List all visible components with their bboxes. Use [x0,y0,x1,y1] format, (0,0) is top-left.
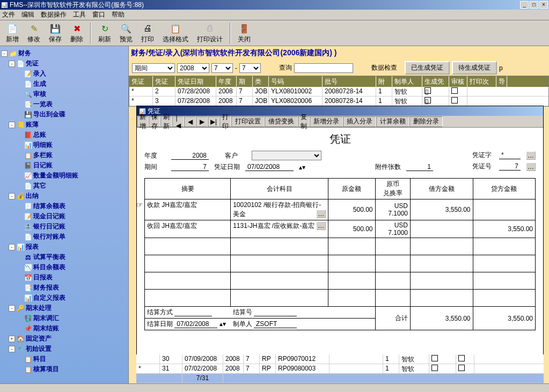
vbtn-借贷变换[interactable]: 借贷变换 [265,116,298,127]
menu-文件[interactable]: 文件 [2,10,15,19]
tree-期末调汇[interactable]: 💱期末调汇 [1,313,127,323]
period-to-select[interactable]: 7 [239,63,261,73]
col-打印次数[interactable]: 打印次数 [467,76,496,87]
expand-icon[interactable]: - [9,305,15,312]
tree-银行对账单[interactable]: 📄银行对账单 [1,232,127,242]
voucher-date-input[interactable] [245,163,294,171]
entry-row[interactable] [145,255,536,272]
menu-帮助[interactable]: 帮助 [112,10,125,19]
vbtn-打印设置[interactable]: 打印设置 [231,116,265,127]
tree-总账[interactable]: 📕总账 [1,130,127,140]
保存-button[interactable]: 💾保存 [45,20,65,46]
col-凭证字[interactable]: 凭证字 [129,76,153,87]
voucher-entries-table[interactable]: 摘要会计科目原金额原币兑换率借方金额贷方金额 ☞收款 JH嘉宏/嘉宏100201… [144,178,536,330]
checkbox-icon[interactable]: ▯ [424,87,431,94]
expand-icon[interactable]: - [9,61,15,67]
menu-窗口[interactable]: 窗口 [92,10,105,19]
刷新-button[interactable]: ↻刷新 [94,20,115,46]
关闭-button[interactable]: 🚪关闭 [234,20,254,46]
entry-row[interactable]: ☞收款 JH嘉宏/嘉宏10020102 /银行存款-招商银行-美金 …500.0… [145,199,536,220]
vbtn-新增[interactable]: 新增 [137,116,149,127]
tree-凭证[interactable]: -📄凭证 [1,58,127,69]
pending-voucher-button[interactable]: 待生成凭证 [452,61,497,75]
customer-select[interactable] [252,151,321,160]
table-row[interactable]: 3007/09/200820087RPRP090700121智软 [136,354,544,364]
tree-审核[interactable]: 🔍审核 [1,89,127,99]
vbtn-▶|[interactable]: ▶| [208,116,219,127]
col-凭证号[interactable]: 凭证号 [153,76,175,87]
选择格式-button[interactable]: 📋选择格式 [159,20,192,46]
voucher-no-input[interactable] [499,162,521,171]
voucher-list-grid[interactable]: 凭证字凭证号凭证日期年度期间类别号码批号附页制单人生成凭证审核打印次数导 *20… [129,76,549,107]
data-check-label[interactable]: 数据检查 [371,63,397,72]
attach-input[interactable] [406,163,433,171]
col-制单人[interactable]: 制单人 [392,76,422,87]
tree-结算余额表[interactable]: 📃结算余额表 [1,201,127,211]
修改-button[interactable]: ✎修改 [24,20,44,46]
tree-日报表[interactable]: 📅日报表 [1,272,127,283]
tree-固定资产[interactable]: +🏠固定资产 [1,334,127,344]
checkbox-icon[interactable] [431,365,438,371]
打印-button[interactable]: 🖨打印 [137,20,158,46]
settle-no-input[interactable] [254,308,297,316]
tree-核算项目[interactable]: 📋核算项目 [1,364,127,374]
table-row[interactable]: *307/28/200820087JOBYLX0802000620080728-… [129,97,548,106]
tree-导出到金碟[interactable]: 💾导出到金碟 [1,109,127,120]
lookup-icon[interactable]: … [316,221,326,230]
checkbox-icon[interactable] [458,355,465,361]
tree-财务报表[interactable]: 📑财务报表 [1,283,127,293]
expand-icon[interactable]: - [1,50,8,57]
tree-日记账[interactable]: 📓日记账 [1,160,127,171]
col-审核[interactable]: 审核 [449,76,467,87]
tree-自定义报表[interactable]: 📊自定义报表 [1,293,127,303]
expand-icon[interactable]: - [9,193,15,199]
预览-button[interactable]: 🔍预览 [116,20,136,46]
vbtn-打印[interactable]: 打印 [219,116,231,127]
vbtn-刷新[interactable]: 刷新 [160,116,172,127]
minimize-button[interactable]: _ [520,1,529,9]
col-年度[interactable]: 年度 [216,76,237,87]
search-input[interactable] [294,63,353,73]
vbtn-|◀[interactable]: |◀ [172,116,184,127]
table-row[interactable]: *3107/02/200820087RPRP090800031智软 [136,364,544,374]
period-type-select[interactable]: 期间 [132,63,175,73]
expand-icon[interactable]: - [9,346,15,352]
expand-icon[interactable]: - [9,122,15,128]
date-stepper-icon[interactable]: ▴▾ [219,320,226,328]
expand-icon[interactable]: + [9,336,15,342]
entry-row[interactable] [145,272,536,290]
close-button[interactable]: × [539,1,548,9]
vbtn-▶[interactable]: ▶ [196,116,208,127]
tree-录入[interactable]: 📝录入 [1,69,127,79]
menu-编辑[interactable]: 编辑 [21,10,34,19]
checkbox-icon[interactable] [451,87,458,94]
nav-tree[interactable]: -📁财务-📄凭证📝录入📄生成🔍审核📑一览表💾导出到金碟-📒账薄📕总账📊明细账📋多… [0,46,129,392]
horizontal-scrollbar[interactable] [0,383,549,392]
vbtn-◀[interactable]: ◀ [184,116,196,127]
tree-试算平衡表[interactable]: ⚖试算平衡表 [1,252,127,262]
tree-一览表[interactable]: 📑一览表 [1,99,127,109]
menu-工具[interactable]: 工具 [73,10,86,19]
checkbox-icon[interactable]: ▯ [424,97,431,103]
col-附页[interactable]: 附页 [376,76,392,87]
lookup-icon[interactable]: … [526,162,536,171]
col-批号[interactable]: 批号 [323,76,376,87]
entry-row[interactable] [145,238,536,255]
vbtn-复制[interactable]: 复制 [298,116,310,127]
entry-row[interactable]: 收回 JH嘉宏/嘉宏1131-JH嘉宏 /应收账款-嘉宏 …500.00USD7… [145,220,536,238]
vbtn-插入分录[interactable]: 插入分录 [343,116,376,127]
vbtn-删除分录[interactable]: 删除分录 [409,116,443,127]
col-凭证日期[interactable]: 凭证日期 [175,76,216,87]
checkbox-icon[interactable] [451,97,458,103]
col-期间[interactable]: 期间 [237,76,253,87]
voucher-word-input[interactable] [499,151,521,159]
year-select[interactable]: 2008 [177,63,209,73]
tree-生成[interactable]: 📄生成 [1,79,127,89]
tree-报表[interactable]: -📊报表 [1,242,127,252]
tree-账薄[interactable]: -📒账薄 [1,120,127,130]
period-from-select[interactable]: 7 [211,63,233,73]
year-input[interactable] [171,152,209,160]
bottom-grid-rows[interactable]: 3007/09/200820087RPRP090700121智软*3107/02… [136,354,544,383]
tree-财务[interactable]: -📁财务 [1,48,127,58]
date-stepper-icon[interactable]: ▴▾ [299,164,305,171]
